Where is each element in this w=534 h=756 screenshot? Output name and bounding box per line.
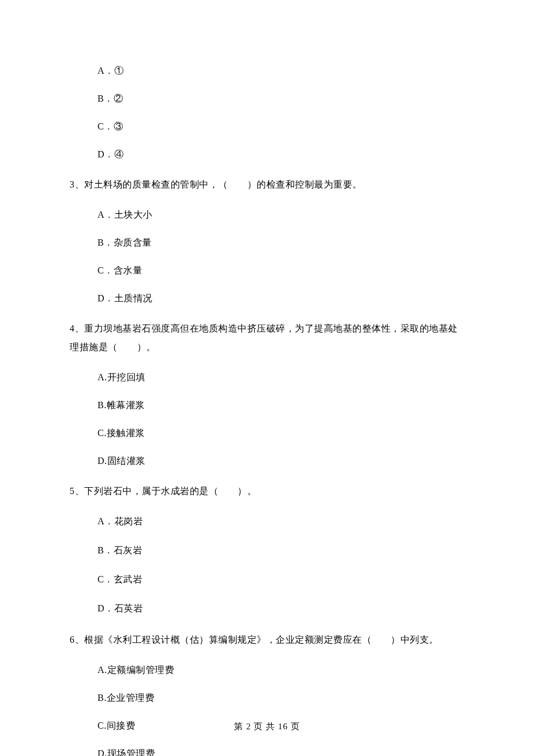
q5-option-d: D．石英岩 bbox=[70, 602, 464, 615]
document-body: A．① B．② C．③ D．④ 3、对土料场的质量检查的管制中，（ ）的检查和控… bbox=[0, 0, 534, 756]
q5-option-a: A．花岗岩 bbox=[70, 514, 464, 528]
q2-option-a: A．① bbox=[70, 64, 464, 78]
q4-option-a: A.开挖回填 bbox=[70, 370, 464, 384]
q3-option-d: D．土质情况 bbox=[70, 291, 464, 305]
q6-option-b: B.企业管理费 bbox=[70, 691, 464, 705]
q3-stem: 3、对土料场的质量检查的管制中，（ ）的检查和控制最为重要。 bbox=[70, 175, 464, 194]
page-footer: 第 2 页 共 16 页 bbox=[0, 720, 534, 733]
q5-stem: 5、下列岩石中，属于水成岩的是（ ）。 bbox=[70, 482, 464, 501]
q2-option-c: C．③ bbox=[70, 120, 464, 134]
q3-option-c: C．含水量 bbox=[70, 264, 464, 278]
q5-option-b: B．石灰岩 bbox=[70, 543, 464, 557]
q4-stem: 4、重力坝地基岩石强度高但在地质构造中挤压破碎，为了提高地基的整体性，采取的地基… bbox=[70, 319, 464, 357]
q6-stem: 6、根据《水利工程设计概（估）算编制规定》，企业定额测定费应在（ ）中列支。 bbox=[70, 631, 464, 649]
q4-option-c: C.接触灌浆 bbox=[70, 426, 464, 440]
q4-option-d: D.固结灌浆 bbox=[70, 454, 464, 468]
q5-option-c: C．玄武岩 bbox=[70, 573, 464, 586]
q2-option-b: B．② bbox=[70, 92, 464, 106]
q2-option-d: D．④ bbox=[70, 147, 464, 161]
q6-option-a: A.定额编制管理费 bbox=[70, 663, 464, 677]
q3-option-a: A．土块大小 bbox=[70, 208, 464, 222]
q6-option-d: D.现场管理费 bbox=[70, 747, 464, 756]
q4-option-b: B.帷幕灌浆 bbox=[70, 398, 464, 412]
q3-option-b: B．杂质含量 bbox=[70, 236, 464, 250]
